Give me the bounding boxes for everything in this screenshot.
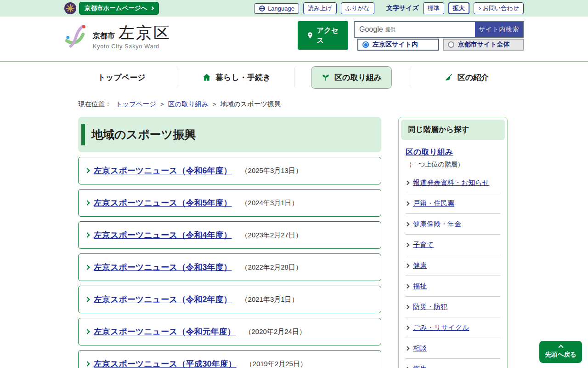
search-scope-ward-label: 左京区サイト内 xyxy=(373,40,418,49)
kyoto-city-home-button[interactable]: 京都市ホームページへ xyxy=(79,2,159,15)
access-button[interactable]: アクセス xyxy=(298,21,348,50)
fontsize-large-label: 拡大 xyxy=(453,4,465,12)
sidebar-category-list: 報道発表資料・お知らせ 戸籍・住民票 健康保険・年金 子育て xyxy=(406,172,500,368)
sidebar-category-item[interactable]: 健康保険・年金 xyxy=(406,214,500,235)
flag-icon xyxy=(444,73,453,82)
radio-selected-icon[interactable] xyxy=(362,41,369,48)
breadcrumb-prefix: 現在位置： xyxy=(78,100,112,109)
sidebar-category-link[interactable]: ごみ・リサイクル xyxy=(413,323,469,332)
site-logo[interactable]: 京都市 左京区 Kyoto City Sakyo Ward xyxy=(64,23,171,51)
nav-top-page[interactable]: トップページ xyxy=(64,72,179,83)
news-date: （2025年3月13日） xyxy=(241,167,302,175)
breadcrumb-link-top[interactable]: トップページ xyxy=(116,100,157,109)
sidebar-category-link[interactable]: 福祉 xyxy=(413,282,427,291)
news-card: 左京スポーツニュース（令和6年度） （2025年3月13日） xyxy=(78,157,381,184)
chevron-right-icon xyxy=(85,200,90,205)
sidebar-category-item[interactable]: 防災・防犯 xyxy=(406,297,500,317)
site-search-button[interactable]: サイト内検索 xyxy=(475,22,523,37)
sidebar-category-link[interactable]: 健康保険・年金 xyxy=(413,220,461,229)
nav-ward-initiatives[interactable]: 区の取り組み xyxy=(294,66,409,89)
sidebar-category-link[interactable]: 健康 xyxy=(413,261,427,270)
nav-ward-introduction[interactable]: 区の紹介 xyxy=(409,72,524,83)
furigana-button[interactable]: ふりがな xyxy=(341,2,374,14)
news-link[interactable]: 左京スポーツニュース（令和2年度） xyxy=(94,294,232,305)
chevron-right-icon xyxy=(405,264,410,268)
fontsize-standard-button[interactable]: 標準 xyxy=(423,2,444,14)
chevron-right-icon xyxy=(478,6,481,10)
chevron-right-icon xyxy=(150,6,153,10)
search-input[interactable]: Google 提供 xyxy=(355,22,475,37)
chevron-up-icon xyxy=(558,345,563,350)
sidebar-category-item[interactable]: 健康 xyxy=(406,255,500,276)
breadcrumb-separator: > xyxy=(213,101,216,108)
radio-unselected-icon[interactable] xyxy=(448,41,454,48)
news-date: （2022年2月28日） xyxy=(241,263,302,272)
news-date: （2023年2月27日） xyxy=(241,231,302,240)
read-aloud-label: 読み上げ xyxy=(308,4,332,12)
read-aloud-button[interactable]: 読み上げ xyxy=(303,2,337,14)
search-scope-ward-option[interactable]: 左京区サイト内 xyxy=(357,39,439,51)
news-card: 左京スポーツニュース（令和2年度） （2021年3月1日） xyxy=(78,286,381,313)
chevron-right-icon xyxy=(405,284,410,289)
breadcrumb-link-initiatives[interactable]: 区の取り組み xyxy=(168,100,209,109)
nav-ward-initiatives-active-pill: 区の取り組み xyxy=(311,66,392,89)
sidebar-category-item[interactable]: ごみ・リサイクル xyxy=(406,317,500,338)
breadcrumb-current: 地域のスポーツ振興 xyxy=(220,100,281,109)
access-label: アクセス xyxy=(317,25,339,45)
back-to-top-label: 先頭へ戻る xyxy=(545,351,576,359)
sakyo-ward-logo-icon xyxy=(64,23,88,51)
sidebar-category-item[interactable]: 衛生 xyxy=(406,359,500,368)
sidebar-category-link[interactable]: 戸籍・住民票 xyxy=(413,199,454,208)
news-card: 左京スポーツニュース（平成30年度） （2019年2月25日） xyxy=(78,350,381,368)
news-link[interactable]: 左京スポーツニュース（令和元年度） xyxy=(94,326,236,337)
city-name: 京都市 xyxy=(93,31,115,41)
chevron-right-icon xyxy=(405,346,410,351)
sidebar-category-item[interactable]: 子育て xyxy=(406,235,500,255)
kyoto-city-home-label: 京都市ホームページへ xyxy=(85,4,147,12)
sidebar-category-item[interactable]: 報道発表資料・お知らせ xyxy=(406,172,500,193)
sidebar-category-link[interactable]: 相談 xyxy=(413,344,427,353)
nav-living-procedures-label: 暮らし・手続き xyxy=(215,72,271,83)
chevron-right-icon xyxy=(405,305,410,310)
chevron-right-icon xyxy=(405,181,410,185)
news-link[interactable]: 左京スポーツニュース（令和3年度） xyxy=(94,262,232,273)
language-button[interactable]: Language xyxy=(254,3,299,14)
search-scope-city-label: 京都市サイト全体 xyxy=(458,40,510,49)
news-date: （2019年2月25日） xyxy=(246,360,307,368)
chevron-right-icon xyxy=(85,232,90,237)
sprout-icon xyxy=(321,73,330,82)
page-title: 地域のスポーツ振興 xyxy=(91,127,196,142)
back-to-top-button[interactable]: 先頭へ戻る xyxy=(539,341,582,363)
news-date: （2024年3月1日） xyxy=(241,199,299,207)
sidebar-category-link[interactable]: 衛生 xyxy=(413,365,427,368)
news-card: 左京スポーツニュース（令和5年度） （2024年3月1日） xyxy=(78,189,381,217)
sidebar-same-level: 同じ階層から探す 区の取り組み （一つ上位の階層） 報道発表資料・お知らせ 戸籍… xyxy=(398,117,508,368)
sidebar-category-item[interactable]: 戸籍・住民票 xyxy=(406,193,500,214)
kyoto-city-emblem-icon xyxy=(64,2,76,14)
search-scope-city-option[interactable]: 京都市サイト全体 xyxy=(443,39,524,51)
news-link[interactable]: 左京スポーツニュース（令和4年度） xyxy=(94,230,232,241)
contact-label: お問い合わせ xyxy=(483,4,519,12)
news-list: 左京スポーツニュース（令和6年度） （2025年3月13日） 左京スポーツニュー… xyxy=(78,157,381,368)
sidebar-category-link[interactable]: 防災・防犯 xyxy=(413,303,447,311)
news-link[interactable]: 左京スポーツニュース（令和6年度） xyxy=(94,165,232,176)
page-title-box: 地域のスポーツ振興 xyxy=(78,117,381,152)
sidebar-title: 同じ階層から探す xyxy=(401,120,505,140)
fontsize-large-button[interactable]: 拡大 xyxy=(448,2,469,14)
contact-button[interactable]: お問い合わせ xyxy=(474,2,524,14)
ward-name-en: Kyoto City Sakyo Ward xyxy=(93,43,171,50)
chevron-right-icon xyxy=(85,329,90,334)
breadcrumb: 現在位置： トップページ > 区の取り組み > 地域のスポーツ振興 xyxy=(78,100,588,109)
news-link[interactable]: 左京スポーツニュース（令和5年度） xyxy=(94,197,232,208)
sidebar-category-item[interactable]: 相談 xyxy=(406,338,500,359)
nav-living-procedures[interactable]: 暮らし・手続き xyxy=(179,72,294,83)
sidebar-parent-link[interactable]: 区の取り組み xyxy=(406,147,453,157)
news-link[interactable]: 左京スポーツニュース（平成30年度） xyxy=(94,358,237,368)
sidebar-category-item[interactable]: 福祉 xyxy=(406,276,500,297)
ward-name: 左京区 xyxy=(119,24,171,40)
sidebar-category-link[interactable]: 報道発表資料・お知らせ xyxy=(413,178,489,187)
sidebar-category-link[interactable]: 子育て xyxy=(413,241,434,249)
furigana-label: ふりがな xyxy=(345,4,370,12)
nav-top-page-label: トップページ xyxy=(98,72,146,83)
chevron-right-icon xyxy=(405,222,410,227)
